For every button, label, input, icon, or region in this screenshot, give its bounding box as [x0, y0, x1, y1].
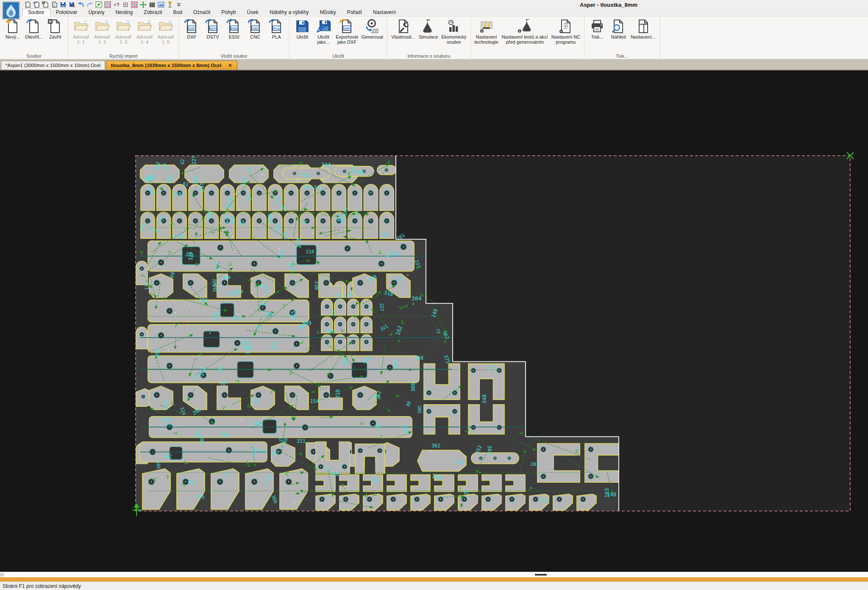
hole-center-dot — [344, 466, 345, 467]
ribbon-button-generovat[interactable]: Generovat — [360, 18, 385, 40]
menu-tab-polotovar[interactable]: Polotovar — [50, 9, 83, 16]
ribbon-button-novy[interactable]: Nový... — [2, 18, 23, 40]
nested-part[interactable] — [157, 185, 171, 211]
menu-tab--pravy[interactable]: Úpravy — [83, 9, 110, 16]
qat-move-tool-icon[interactable] — [139, 1, 147, 8]
ribbon-button-ulozit-jako[interactable]: Uložitjako... — [313, 18, 334, 45]
qat-save-icon[interactable] — [59, 1, 67, 8]
hole-center-dot — [143, 396, 144, 397]
nested-part[interactable] — [251, 386, 275, 410]
test-icon — [517, 19, 532, 34]
qat-a8-format-icon[interactable]: A8 — [157, 1, 165, 8]
nested-part[interactable] — [364, 185, 378, 211]
ribbon-button-label: Náhled — [611, 34, 626, 39]
nested-part[interactable] — [185, 165, 224, 183]
ribbon-button-nastaveni-tisk[interactable]: Nastavení... — [629, 18, 657, 40]
nested-part[interactable] — [252, 185, 266, 211]
qat-columns-view-icon[interactable] — [148, 1, 156, 8]
nested-part[interactable] — [149, 274, 173, 298]
svg-text:150: 150 — [230, 216, 236, 224]
ribbon-button-label: Adresářč. 1 — [73, 34, 89, 45]
ribbon-button-simulace[interactable]: Simulace — [417, 18, 440, 40]
svg-text:110: 110 — [144, 282, 149, 290]
menu-tab-zobrazit[interactable]: Zobrazit — [138, 9, 167, 16]
nesting-canvas[interactable]: 6937562154149310304148723633183243381493… — [0, 70, 868, 572]
nested-part[interactable] — [332, 185, 346, 211]
ribbon-button-otevrit[interactable]: Otevřít... — [23, 18, 45, 40]
ribbon-button-tisk[interactable]: Tisk... — [587, 18, 608, 40]
qat-insert-question-point-icon[interactable]: +? — [113, 1, 120, 8]
menu-tab-soubor[interactable]: Soubor — [22, 8, 50, 17]
nested-part[interactable] — [316, 212, 330, 238]
qat-grid-blue-icon[interactable] — [104, 1, 111, 8]
hole-center-dot — [288, 481, 289, 482]
hole-center-dot — [195, 193, 196, 193]
svg-text:148: 148 — [607, 492, 616, 498]
nested-part[interactable] — [348, 185, 362, 211]
ribbon-button-essi[interactable]: ESSIESSI — [223, 18, 245, 40]
qat-redo-icon[interactable] — [86, 1, 94, 8]
nested-part[interactable] — [136, 261, 147, 285]
properties-icon — [396, 19, 411, 34]
nesting-drawing[interactable]: 6937562154149310304148723633183243381493… — [0, 70, 868, 572]
menu-tab-nastaven-[interactable]: Nastavení — [367, 9, 401, 16]
ribbon-button-ulozit[interactable]: Uložit — [292, 18, 313, 40]
horizontal-scrollbar[interactable] — [0, 572, 868, 577]
document-tab-active[interactable]: tloustka_8mm (1939mm x 1500mm x 8mm) Oce… — [106, 61, 237, 70]
ribbon-button-exportovat-jako-dxf[interactable]: DXFExportovatjako DXF — [334, 18, 360, 45]
menu-tab-pohyb[interactable]: Pohyb — [216, 9, 242, 16]
ribbon-button-dstv[interactable]: DSTVDSTV — [202, 18, 223, 40]
qat-new-document-icon[interactable] — [24, 1, 31, 8]
hole-center-dot — [354, 221, 355, 221]
ribbon-button-pla[interactable]: PLAPLA — [266, 18, 287, 40]
svg-text:116: 116 — [173, 233, 183, 240]
nested-part[interactable] — [172, 185, 186, 211]
app-button[interactable] — [2, 1, 20, 20]
ribbon-button-cnc[interactable]: CNCCNC — [245, 18, 266, 40]
document-tab[interactable]: *Asper1 (3000mm x 1500mm x 10mm) Ocel — [1, 61, 105, 70]
print-icon — [590, 19, 605, 34]
qat-save-attach-icon[interactable] — [68, 1, 76, 8]
nested-part[interactable] — [252, 212, 266, 238]
menu-tab--sek[interactable]: Úsek — [242, 9, 264, 16]
qat-grid-add-points-icon[interactable] — [95, 1, 103, 8]
qat-undo-icon[interactable] — [77, 1, 85, 8]
qat-qat-menu-down-icon[interactable] — [175, 1, 183, 8]
nested-part[interactable] — [148, 324, 309, 352]
nested-part[interactable] — [204, 185, 218, 211]
hole-center-dot — [428, 392, 429, 393]
menu-tab-bod[interactable]: Bod — [167, 9, 187, 16]
ribbon-button-nastaveni-nc[interactable]: Nastavení NCprogramu — [550, 18, 582, 45]
ribbon-button-adresar-1: 1Adresářč. 1 — [70, 18, 92, 45]
menu-tab-nesting[interactable]: Nesting — [110, 9, 138, 16]
ribbon-button-nastaveni-technologie[interactable]: Nastavenítechnologie — [473, 18, 500, 45]
nested-part[interactable] — [380, 185, 394, 211]
hole-center-dot — [323, 193, 323, 193]
scrollbar-thumb[interactable] — [535, 574, 547, 576]
nested-part[interactable] — [364, 212, 378, 238]
svg-text:362: 362 — [275, 223, 280, 231]
menu-tab-n-b-hy-a-v-b-hy[interactable]: Náběhy a výběhy — [264, 9, 314, 16]
svg-text:68: 68 — [375, 423, 381, 429]
menu-tab-m-stky[interactable]: Můstky — [314, 9, 342, 16]
qat-open-document-icon[interactable] — [33, 1, 40, 8]
close-icon[interactable]: ✕ — [227, 63, 233, 68]
ribbon-button-dxf[interactable]: DXFDXF — [181, 18, 202, 40]
qat-document-properties-icon[interactable] — [50, 1, 58, 8]
ribbon-button-label: ESSI — [229, 34, 239, 39]
qat-grid-red-blue-icon[interactable] — [122, 1, 129, 8]
ribbon-button-adresar-5: 5Adresářč. 5 — [155, 18, 176, 45]
qat-measure-pin-icon[interactable] — [166, 1, 174, 8]
menu-tab-ozna-it[interactable]: Označit — [188, 9, 216, 16]
svg-text:288: 288 — [267, 214, 273, 224]
qat-grid-outline-icon[interactable] — [131, 1, 138, 8]
svg-text:305: 305 — [417, 405, 422, 414]
ribbon-button-nahled[interactable]: Náhled — [608, 18, 629, 40]
ribbon-button-zavrit[interactable]: Zavřít — [45, 18, 66, 40]
nested-part[interactable] — [136, 327, 147, 349]
ribbon-button-ekonomicky-soubor[interactable]: Ekonomickýsoubor — [440, 18, 468, 45]
qat-close-document-icon[interactable] — [42, 1, 49, 8]
ribbon-button-vlastnosti[interactable]: Vlastnosti... — [389, 18, 417, 40]
menu-tab-po-ad-[interactable]: Pořadí — [342, 9, 367, 16]
ribbon-button-nastaveni-testu[interactable]: Nastavení testů a akcípřed generováním — [500, 18, 550, 45]
